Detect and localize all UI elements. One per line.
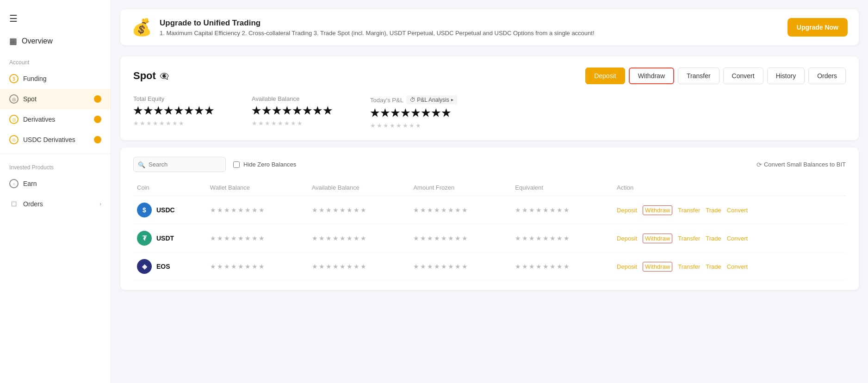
table-row: ◈ EOS ★★★★★★★★★★★★★★★★★★★★★★★★★★★★★★★★De… [133,253,846,281]
table-controls: 🔍 Hide Zero Balances ⟳ Convert Small Bal… [133,157,846,172]
equivalent-cell: ★★★★★★★★ [511,196,613,224]
sidebar-item-derivatives[interactable]: ◎ Derivatives [0,109,111,130]
coin-table-section: 🔍 Hide Zero Balances ⟳ Convert Small Bal… [120,148,859,290]
withdraw-button[interactable]: Withdraw [629,68,674,84]
usdc-derivatives-icon: ◎ [9,135,19,144]
coin-name-usdt: USDT [156,235,174,242]
convert-action-link[interactable]: Convert [727,235,748,242]
col-action: Action [613,179,846,196]
sidebar-item-funding[interactable]: $ Funding [0,68,111,89]
upgrade-banner: 💰 Upgrade to Unified Trading 1. Maximum … [120,9,859,45]
upgrade-now-button[interactable]: Upgrade Now [787,18,848,37]
todays-pnl-value: ★★★★★★★★ [370,107,457,119]
coin-table: Coin Wallet Balance Available Balance Am… [133,179,846,281]
spot-header: Spot 👁‍🗨 Deposit Withdraw Transfer Conve… [120,56,859,140]
coin-name-eos: EOS [156,263,170,270]
sidebar-item-usdc-derivatives[interactable]: ◎ USDC Derivatives [0,130,111,150]
col-equivalent: Equivalent [511,179,613,196]
hide-zero-label[interactable]: Hide Zero Balances [233,161,296,168]
sidebar-item-overview[interactable]: ▦ Overview [0,30,111,53]
transfer-action-link[interactable]: Transfer [678,235,700,242]
frozen-cell: ★★★★★★★★ [409,253,511,281]
pnl-analysis-link[interactable]: ⏱ P&L Analysis ▶ [406,95,457,105]
available-balance-cell: ★★★★★★★★ [308,224,410,253]
hide-zero-checkbox[interactable] [233,161,240,168]
deposit-action-link[interactable]: Deposit [617,207,637,214]
spot-visibility-icon[interactable]: 👁‍🗨 [160,72,169,80]
search-wrap: 🔍 [133,157,226,172]
col-coin: Coin [133,179,206,196]
convert-small-icon: ⟳ [756,161,762,168]
wallet-balance-cell: ★★★★★★★★ [206,253,308,281]
withdraw-action-link[interactable]: Withdraw [643,234,672,243]
col-frozen: Amount Frozen [409,179,511,196]
convert-button[interactable]: Convert [723,68,763,84]
convert-action-link[interactable]: Convert [727,207,748,214]
derivatives-icon: ◎ [9,115,19,124]
orders-button[interactable]: Orders [808,68,846,84]
coin-logo-usdt: ₮ [137,231,152,246]
search-input[interactable] [133,157,226,172]
convert-action-link[interactable]: Convert [727,263,748,270]
trade-action-link[interactable]: Trade [706,263,721,270]
coin-name-usdc: USDC [156,206,175,214]
total-equity-metric: Total Equity ★★★★★★★★ ★★★★★★★★ [133,95,215,129]
overview-icon: ▦ [9,36,17,46]
withdraw-action-link[interactable]: Withdraw [643,262,672,272]
banner-title: Upgrade to Unified Trading [160,19,780,28]
coin-cell-usdc: $ USDC [133,196,206,224]
history-button[interactable]: History [767,68,805,84]
convert-small-button[interactable]: ⟳ Convert Small Balances to BIT [756,161,846,168]
orders-arrow: › [99,201,101,207]
banner-icon: 💰 [131,18,152,37]
deposit-button[interactable]: Deposit [585,68,625,84]
available-balance-metric: Available Balance ★★★★★★★★ ★★★★★★★★ [252,95,333,129]
orders-icon: ☐ [9,199,19,209]
col-wallet: Wallet Balance [206,179,308,196]
spot-metrics: Total Equity ★★★★★★★★ ★★★★★★★★ Available… [133,95,846,129]
account-section-label: Account [0,53,111,68]
coin-cell-usdt: ₮ USDT [133,224,206,253]
deposit-action-link[interactable]: Deposit [617,235,637,242]
withdraw-action-link[interactable]: Withdraw [643,205,672,215]
sidebar-item-earn[interactable]: ○ Earn [0,173,111,194]
transfer-action-link[interactable]: Transfer [678,207,700,214]
transfer-button[interactable]: Transfer [678,68,719,84]
total-equity-label: Total Equity [133,95,215,102]
usdc-derivatives-dot [94,136,101,143]
available-balance-cell: ★★★★★★★★ [308,196,410,224]
sidebar-item-spot[interactable]: ◎ Spot [0,89,111,109]
sidebar-divider [0,154,111,154]
coin-logo-usdc: $ [137,203,152,217]
table-header-row: Coin Wallet Balance Available Balance Am… [133,179,846,196]
todays-pnl-metric: Today's P&L ⏱ P&L Analysis ▶ ★★★★★★★★ ★★… [370,95,457,129]
sidebar-toggle[interactable]: ☰ [0,7,111,30]
todays-pnl-label: Today's P&L ⏱ P&L Analysis ▶ [370,95,457,105]
coin-cell-eos: ◈ EOS [133,253,206,281]
spot-title-row: Spot 👁‍🗨 Deposit Withdraw Transfer Conve… [133,68,846,84]
trade-action-link[interactable]: Trade [706,235,721,242]
sidebar-item-orders[interactable]: ☐ Orders › [0,194,111,214]
earn-icon: ○ [9,179,19,188]
trade-action-link[interactable]: Trade [706,207,721,214]
action-cell: DepositWithdrawTransferTradeConvert [613,253,846,281]
wallet-balance-cell: ★★★★★★★★ [206,196,308,224]
spot-title: Spot 👁‍🗨 [133,70,169,82]
action-cell: DepositWithdrawTransferTradeConvert [613,196,846,224]
transfer-action-link[interactable]: Transfer [678,263,700,270]
banner-desc: 1. Maximum Capital Efficiency 2. Cross-c… [160,30,780,37]
available-balance-label: Available Balance [252,95,333,102]
spot-icon: ◎ [9,94,19,104]
coin-logo-eos: ◈ [137,259,152,274]
frozen-cell: ★★★★★★★★ [409,224,511,253]
available-balance-cell: ★★★★★★★★ [308,253,410,281]
col-available: Available Balance [308,179,410,196]
equivalent-cell: ★★★★★★★★ [511,224,613,253]
funding-icon: $ [9,74,19,83]
sidebar: ☰ ▦ Overview Account $ Funding ◎ Spot ◎ … [0,0,111,383]
banner-text: Upgrade to Unified Trading 1. Maximum Ca… [160,19,780,37]
deposit-action-link[interactable]: Deposit [617,263,637,270]
total-equity-sub: ★★★★★★★★ [133,120,215,127]
action-cell: DepositWithdrawTransferTradeConvert [613,224,846,253]
spot-actions: Deposit Withdraw Transfer Convert Histor… [585,68,846,84]
